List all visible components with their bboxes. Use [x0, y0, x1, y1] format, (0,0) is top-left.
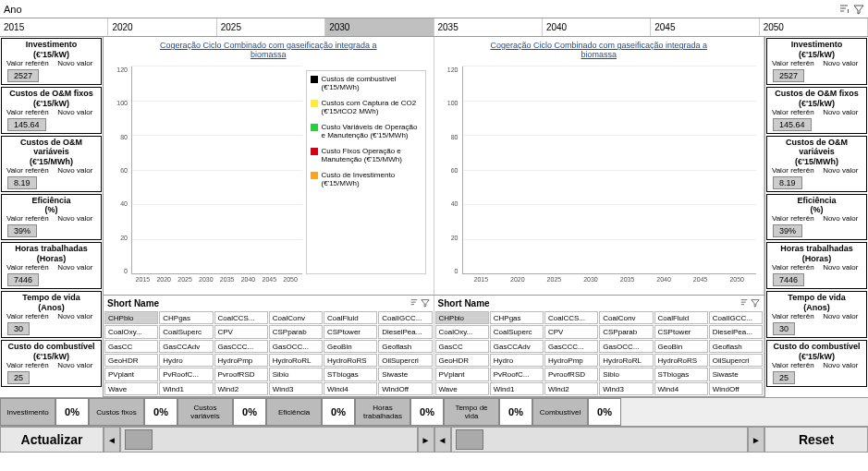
slider-value[interactable]: 0%: [233, 398, 266, 426]
tech-HydroRoRL[interactable]: HydroRoRL: [269, 354, 323, 367]
tech-CoalCCS[interactable]: CoalCCS...: [214, 311, 268, 324]
tech-CoalSuperc[interactable]: CoalSuperc: [490, 325, 544, 338]
tech-Sibio[interactable]: Sibio: [599, 368, 653, 380]
scroll-track-2[interactable]: [451, 427, 749, 453]
tech-GasCCAdv[interactable]: GasCCAdv: [159, 340, 213, 353]
year-2040[interactable]: 2040: [543, 18, 651, 36]
param-value[interactable]: 30: [773, 322, 795, 335]
tech-HydroRoRS[interactable]: HydroRoRS: [654, 354, 708, 367]
year-2020[interactable]: 2020: [108, 18, 216, 36]
tech-CHPbio[interactable]: CHPbio: [104, 311, 158, 324]
filter-icon[interactable]: [421, 298, 430, 308]
slider-value[interactable]: 0%: [55, 398, 89, 426]
param-value[interactable]: 39%: [7, 224, 37, 237]
tech-CPV[interactable]: CPV: [544, 325, 598, 338]
tech-CSPtower[interactable]: CSPtower: [324, 325, 377, 338]
scroll-left-button[interactable]: ◄: [104, 427, 120, 453]
sort-icon[interactable]: [838, 4, 850, 15]
tech-GasOCC[interactable]: GasOCC...: [599, 340, 653, 353]
scroll-left-button-2[interactable]: ◄: [434, 427, 451, 453]
tech-Wind3[interactable]: Wind3: [269, 382, 323, 395]
slider-value[interactable]: 0%: [588, 398, 621, 426]
tech-Hydro[interactable]: Hydro: [490, 354, 544, 367]
tech-CoalCCS[interactable]: CoalCCS...: [544, 311, 598, 324]
tech-CSPtower[interactable]: CSPtower: [654, 325, 708, 338]
tech-HydroPmp[interactable]: HydroPmp: [214, 354, 268, 367]
tech-CoalFluid[interactable]: CoalFluid: [654, 311, 708, 324]
tech-CoalFluid[interactable]: CoalFluid: [324, 311, 377, 324]
param-value[interactable]: 8.19: [7, 176, 37, 189]
tech-CHPbio[interactable]: CHPbio: [435, 311, 489, 324]
scroll-thumb[interactable]: [125, 429, 153, 450]
tech-GasCC[interactable]: GasCC: [104, 340, 158, 353]
tech-Wave[interactable]: Wave: [104, 382, 158, 395]
filter-icon[interactable]: [751, 298, 760, 308]
tech-CHPgas[interactable]: CHPgas: [490, 311, 544, 324]
tech-Wind4[interactable]: Wind4: [324, 382, 377, 395]
tech-CoalSuperc[interactable]: CoalSuperc: [159, 325, 213, 338]
tech-GeoBin[interactable]: GeoBin: [654, 340, 708, 353]
tech-PVplant[interactable]: PVplant: [104, 368, 158, 380]
tech-CoalConv[interactable]: CoalConv: [599, 311, 653, 324]
tech-GasCC[interactable]: GasCC: [435, 340, 489, 353]
scroll-right-button-2[interactable]: ►: [748, 427, 764, 453]
tech-CSPparab[interactable]: CSPparab: [599, 325, 653, 338]
tech-STbiogas[interactable]: STbiogas: [654, 368, 708, 380]
tech-CoalIGCC[interactable]: CoalIGCC...: [378, 311, 432, 324]
year-2045[interactable]: 2045: [651, 18, 759, 36]
param-value[interactable]: 145.64: [773, 118, 812, 131]
reset-button[interactable]: Reset: [764, 427, 868, 453]
param-value[interactable]: 39%: [773, 224, 802, 237]
tech-HydroRoRS[interactable]: HydroRoRS: [324, 354, 377, 367]
tech-DieselPea[interactable]: DieselPea...: [709, 325, 763, 338]
param-value[interactable]: 145.64: [7, 118, 46, 131]
param-value[interactable]: 25: [773, 371, 795, 384]
tech-Wind3[interactable]: Wind3: [599, 382, 653, 395]
sort-icon[interactable]: [740, 298, 749, 308]
tech-HydroPmp[interactable]: HydroPmp: [544, 354, 598, 367]
tech-GasCCC[interactable]: GasCCC...: [544, 340, 598, 353]
param-value[interactable]: 2527: [7, 69, 39, 82]
sort-icon[interactable]: [410, 298, 419, 308]
year-2030[interactable]: 2030: [325, 18, 434, 36]
slider-value[interactable]: 0%: [410, 398, 444, 426]
tech-Wind2[interactable]: Wind2: [544, 382, 598, 395]
tech-PvRoofC[interactable]: PvRoofC...: [490, 368, 544, 380]
update-button[interactable]: Actualizar: [0, 427, 104, 453]
tech-Siwaste[interactable]: Siwaste: [378, 368, 432, 380]
tech-CoalConv[interactable]: CoalConv: [269, 311, 323, 324]
tech-WindOff[interactable]: WindOff: [378, 382, 432, 395]
param-value[interactable]: 7446: [773, 273, 804, 286]
tech-Wave[interactable]: Wave: [435, 382, 489, 395]
tech-Hydro[interactable]: Hydro: [159, 354, 213, 367]
year-2050[interactable]: 2050: [760, 18, 868, 36]
year-2035[interactable]: 2035: [434, 18, 543, 36]
tech-CHPgas[interactable]: CHPgas: [159, 311, 213, 324]
tech-Wind1[interactable]: Wind1: [490, 382, 544, 395]
tech-Sibio[interactable]: Sibio: [269, 368, 323, 380]
tech-WindOff[interactable]: WindOff: [709, 382, 763, 395]
slider-value[interactable]: 0%: [499, 398, 532, 426]
tech-CoalOxy[interactable]: CoalOxy...: [435, 325, 489, 338]
tech-GasOCC[interactable]: GasOCC...: [269, 340, 323, 353]
tech-CPV[interactable]: CPV: [214, 325, 268, 338]
tech-OilSupercri[interactable]: OilSupercri: [709, 354, 763, 367]
tech-GeoHDR[interactable]: GeoHDR: [435, 354, 489, 367]
param-value[interactable]: 30: [7, 322, 30, 335]
tech-OilSupercri[interactable]: OilSupercri: [378, 354, 432, 367]
tech-PvroofRSD[interactable]: PvroofRSD: [214, 368, 268, 380]
filter-icon[interactable]: [853, 4, 864, 15]
slider-value[interactable]: 0%: [322, 398, 355, 426]
tech-CoalIGCC[interactable]: CoalIGCC...: [709, 311, 763, 324]
slider-value[interactable]: 0%: [144, 398, 177, 426]
tech-PvroofRSD[interactable]: PvroofRSD: [544, 368, 598, 380]
tech-GasCCAdv[interactable]: GasCCAdv: [490, 340, 544, 353]
tech-Wind2[interactable]: Wind2: [214, 382, 268, 395]
param-value[interactable]: 25: [7, 371, 30, 384]
year-2015[interactable]: 2015: [0, 18, 108, 36]
tech-Wind4[interactable]: Wind4: [654, 382, 708, 395]
param-value[interactable]: 8.19: [773, 176, 802, 189]
tech-GeoBin[interactable]: GeoBin: [324, 340, 377, 353]
tech-Geoflash[interactable]: Geoflash: [709, 340, 763, 353]
tech-GasCCC[interactable]: GasCCC...: [214, 340, 268, 353]
